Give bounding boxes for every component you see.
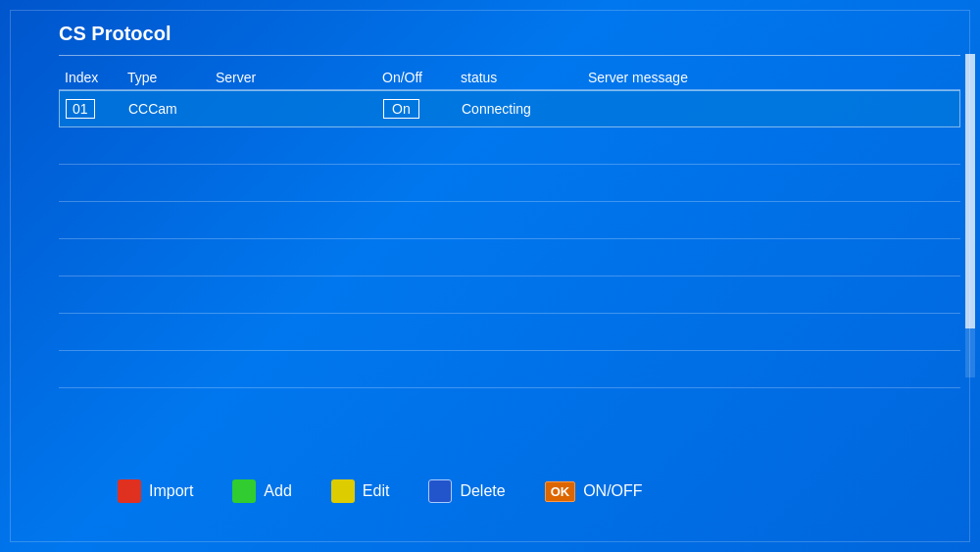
header-message: Server message <box>588 70 960 85</box>
table-row-empty-2 <box>59 165 960 202</box>
table-row-empty-6 <box>59 314 960 351</box>
header-server: Server <box>216 70 382 85</box>
onoff-button[interactable]: OK ON/OFF <box>545 481 643 502</box>
scrollbar-thumb[interactable] <box>965 54 975 328</box>
scrollbar-track[interactable] <box>965 54 975 377</box>
cell-type: CCCam <box>128 101 217 117</box>
add-button[interactable]: Add <box>232 479 291 503</box>
table-body: 01 CCCam On Connecting <box>59 90 960 388</box>
table-row[interactable]: 01 CCCam On Connecting <box>59 90 960 127</box>
edit-button[interactable]: Edit <box>331 479 390 503</box>
main-container: CS Protocol Index Type Server On/Off sta… <box>59 15 960 532</box>
ok-badge: OK <box>545 481 576 502</box>
yellow-icon <box>331 479 355 503</box>
page-title: CS Protocol <box>59 15 960 56</box>
import-label: Import <box>149 482 193 500</box>
header-onoff: On/Off <box>382 70 461 85</box>
blue-icon <box>428 479 452 503</box>
cell-status: Connecting <box>462 101 589 117</box>
header-status: status <box>461 70 588 85</box>
toolbar: Import Add Edit Delete OK ON/OFF <box>118 479 643 503</box>
onoff-label: ON/OFF <box>583 482 642 500</box>
header-index: Index <box>59 70 127 85</box>
header-type: Type <box>127 70 216 85</box>
table-row-empty-4 <box>59 239 960 276</box>
delete-button[interactable]: Delete <box>428 479 505 503</box>
onoff-badge: On <box>383 99 419 119</box>
delete-label: Delete <box>460 482 505 500</box>
table-row-empty-5 <box>59 276 960 314</box>
add-label: Add <box>264 482 291 500</box>
table-row-empty-7 <box>59 351 960 388</box>
table-row-empty-3 <box>59 202 960 239</box>
green-icon <box>232 479 256 503</box>
table-area: Index Type Server On/Off status Server m… <box>59 66 960 388</box>
cell-onoff: On <box>383 99 462 119</box>
cell-index: 01 <box>60 99 128 119</box>
import-button[interactable]: Import <box>118 479 193 503</box>
edit-label: Edit <box>363 482 390 500</box>
table-row-empty-1 <box>59 127 960 165</box>
index-badge: 01 <box>66 99 95 119</box>
red-icon <box>118 479 141 503</box>
table-headers: Index Type Server On/Off status Server m… <box>59 66 960 90</box>
